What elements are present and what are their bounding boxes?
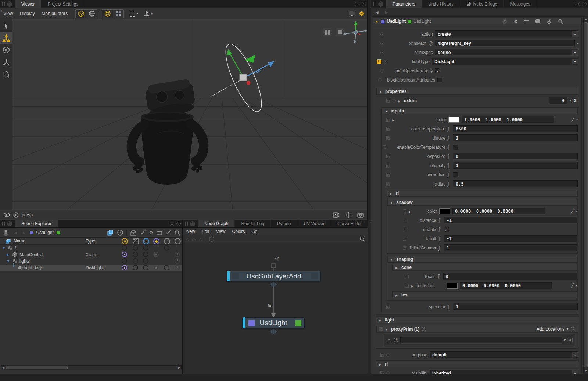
proxyprim-section-header[interactable]: proxyPrim (1) Add Locations ▾ bbox=[376, 326, 578, 333]
lighttype-dropdown[interactable]: DiskLight bbox=[432, 58, 578, 65]
nav-up-icon[interactable]: △ bbox=[199, 237, 202, 241]
menu-edit[interactable]: Edit bbox=[198, 229, 213, 234]
state-badge[interactable] bbox=[378, 78, 382, 82]
pane-drag-handle[interactable] bbox=[2, 222, 5, 226]
list-badge[interactable] bbox=[387, 338, 391, 342]
chevron-down-icon[interactable]: ▾ bbox=[564, 338, 566, 342]
column-type[interactable]: Type bbox=[86, 238, 95, 244]
state-badge[interactable] bbox=[386, 353, 390, 357]
search-icon[interactable] bbox=[359, 236, 365, 242]
tab-parameters[interactable]: Parameters bbox=[386, 0, 422, 8]
curve-toggle-icon[interactable] bbox=[438, 245, 442, 251]
focus-field[interactable]: 0 bbox=[443, 273, 577, 280]
tree-row-lights[interactable]: ▼ lights bbox=[0, 258, 182, 265]
state-badge[interactable] bbox=[380, 42, 384, 45]
camera-icon[interactable] bbox=[357, 212, 364, 218]
tab-scene-explorer[interactable]: Scene Explorer bbox=[15, 220, 58, 227]
tab-undo-history[interactable]: Undo History bbox=[422, 0, 460, 8]
curve-toggle-icon[interactable] bbox=[448, 181, 451, 187]
falloffgamma-field[interactable]: 1 bbox=[444, 244, 577, 251]
scroll-down-icon[interactable]: ▼ bbox=[584, 369, 588, 373]
viewer-sync-icon[interactable] bbox=[359, 11, 365, 17]
view-flag-square[interactable] bbox=[295, 320, 301, 326]
toggle-circle[interactable] bbox=[133, 258, 138, 264]
chevron-down-icon[interactable]: ▾ bbox=[576, 209, 577, 213]
ri-main-section-header[interactable]: ri bbox=[376, 360, 578, 367]
default-state-badge[interactable] bbox=[386, 155, 390, 158]
purpose-dropdown[interactable]: default bbox=[430, 351, 578, 358]
color-picker-pen-icon[interactable] bbox=[571, 283, 574, 288]
history-back-icon[interactable]: ◀ bbox=[12, 231, 18, 235]
color-picker-pen-icon[interactable] bbox=[571, 209, 574, 214]
curve-toggle-icon[interactable] bbox=[448, 126, 451, 132]
toggle-circle[interactable] bbox=[122, 258, 127, 264]
normalize-checkbox[interactable] bbox=[453, 172, 458, 177]
diffuse-field[interactable]: 1 bbox=[453, 134, 578, 141]
color-swatch[interactable] bbox=[448, 117, 459, 123]
viewed-node-name[interactable]: UsdLight bbox=[36, 230, 53, 235]
default-state-badge[interactable] bbox=[386, 173, 390, 177]
geometry-cube-icon[interactable] bbox=[76, 10, 86, 18]
nav-back-icon[interactable]: ◀ bbox=[374, 10, 380, 14]
toggle-circle[interactable] bbox=[122, 245, 127, 251]
layers-icon[interactable] bbox=[2, 229, 10, 236]
toggle-circle[interactable] bbox=[143, 245, 148, 251]
collapse-triangle-icon[interactable] bbox=[375, 19, 379, 24]
render-column-icon[interactable] bbox=[133, 238, 139, 244]
select-tool[interactable] bbox=[0, 19, 12, 32]
power-toggle[interactable] bbox=[175, 258, 180, 264]
node-usdlight[interactable]: UsdLight bbox=[242, 317, 305, 328]
working-set-box-icon[interactable] bbox=[130, 229, 137, 236]
comment-icon[interactable] bbox=[535, 19, 540, 23]
tree-row-root[interactable]: ▼ / bbox=[0, 245, 182, 251]
maximize-pane-icon[interactable] bbox=[355, 2, 359, 6]
cone-section-header[interactable]: cone bbox=[392, 264, 577, 271]
expand-arrow-icon[interactable]: ▼ bbox=[2, 246, 6, 250]
action-dropdown[interactable]: create bbox=[435, 30, 578, 37]
menu-new[interactable]: New bbox=[183, 229, 198, 234]
primspec-dropdown[interactable]: define bbox=[435, 49, 578, 56]
default-state-badge[interactable] bbox=[380, 353, 384, 357]
edit-flag-square[interactable] bbox=[248, 320, 255, 326]
curve-toggle-icon[interactable] bbox=[438, 236, 442, 241]
material-column-icon[interactable] bbox=[153, 238, 159, 244]
default-state-badge[interactable] bbox=[386, 127, 390, 131]
toggle-circle[interactable] bbox=[143, 252, 148, 257]
menu-colors[interactable]: Colors bbox=[229, 229, 248, 234]
curve-toggle-icon[interactable] bbox=[438, 227, 442, 232]
default-state-badge[interactable] bbox=[379, 327, 383, 331]
power-toggle[interactable] bbox=[175, 265, 180, 270]
view-flag-slot[interactable] bbox=[311, 273, 318, 279]
live-update-column-icon[interactable]: ⚡ bbox=[143, 238, 149, 244]
shadow-color-values-field[interactable]: 0.0000 0.0000 0.0000 bbox=[452, 208, 545, 215]
pane-menu-button[interactable] bbox=[378, 1, 383, 7]
color-picker-pen-icon[interactable] bbox=[571, 117, 574, 122]
pane-drag-handle[interactable] bbox=[373, 2, 376, 6]
default-state-badge[interactable] bbox=[386, 305, 390, 309]
menu-view[interactable]: View bbox=[0, 11, 17, 16]
scenegraph-link-icon[interactable] bbox=[422, 327, 426, 331]
expand-arrow-icon[interactable]: ▼ bbox=[7, 259, 10, 263]
state-badge[interactable] bbox=[380, 51, 384, 54]
globe-icon[interactable] bbox=[86, 10, 97, 18]
primspechierarchy-checkbox[interactable]: ✓ bbox=[435, 68, 440, 73]
maximize-pane-icon[interactable] bbox=[576, 2, 580, 6]
tab-viewer[interactable]: Viewer bbox=[15, 0, 41, 8]
follow-curve-icon[interactable] bbox=[166, 230, 172, 236]
edit-flag-slot[interactable] bbox=[232, 273, 239, 279]
enablecolortemperature-checkbox[interactable] bbox=[453, 145, 458, 150]
scenegraph-link-icon[interactable] bbox=[394, 338, 398, 342]
tab-python[interactable]: Python bbox=[271, 220, 297, 227]
default-state-badge[interactable] bbox=[403, 209, 406, 213]
exposure-field[interactable]: 0 bbox=[453, 153, 578, 160]
toggle-circle[interactable] bbox=[133, 265, 138, 270]
color-values-field[interactable]: 1.0000 1.0000 1.0000 bbox=[462, 116, 554, 123]
default-state-badge[interactable] bbox=[386, 118, 390, 122]
gear-icon[interactable] bbox=[513, 19, 518, 24]
visibility-dropdown[interactable]: inherited bbox=[430, 370, 578, 374]
falloff-field[interactable]: -1 bbox=[444, 235, 577, 242]
horizontal-scrollbar[interactable]: ◀ ▶ bbox=[1, 365, 182, 370]
nav-forward-icon[interactable]: ▶ bbox=[384, 10, 390, 14]
curve-toggle-icon[interactable] bbox=[448, 304, 451, 309]
translate-tool[interactable] bbox=[0, 32, 12, 44]
